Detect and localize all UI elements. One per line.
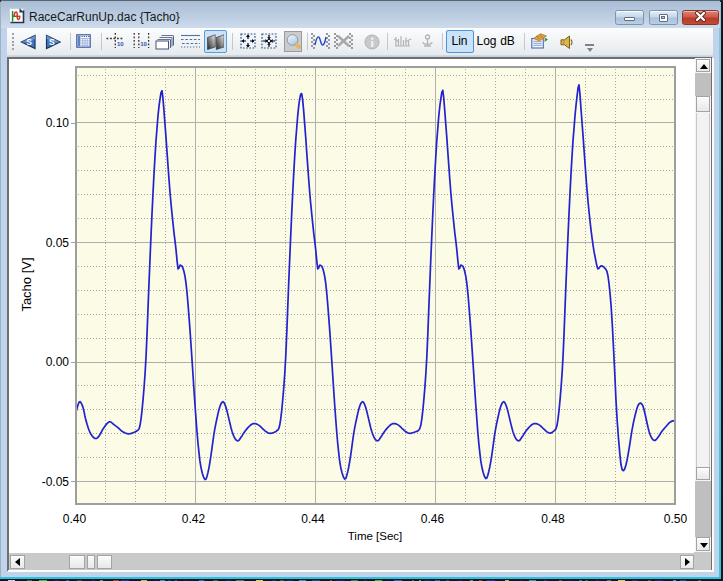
svg-text:10: 10	[140, 41, 147, 47]
svg-text:S: S	[49, 37, 55, 47]
svg-text:10: 10	[117, 41, 124, 47]
svg-text:S: S	[26, 37, 32, 47]
